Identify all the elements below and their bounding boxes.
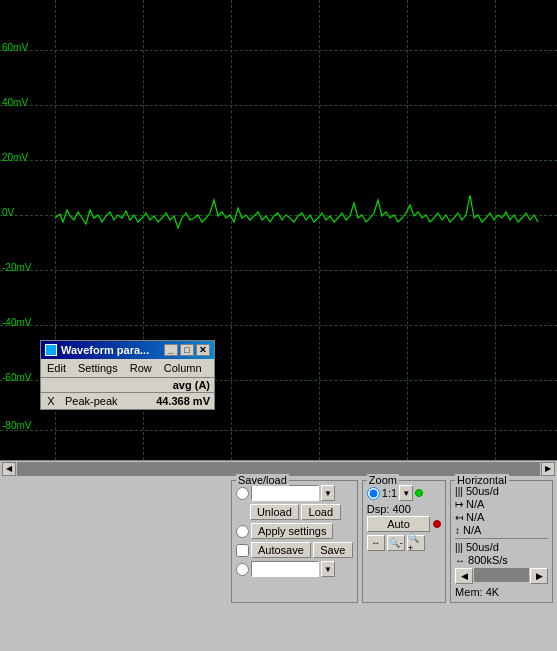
h-nav-left[interactable]: ◀	[455, 568, 473, 584]
scope-screen: 60mV 40mV 20mV 0V -20mV -40mV -60mV -80m…	[0, 0, 557, 460]
scroll-right-button[interactable]: ▶	[541, 462, 555, 476]
save-load-input[interactable]	[251, 485, 319, 501]
load-button[interactable]: Load	[301, 504, 341, 520]
auto-row: Auto	[367, 516, 441, 532]
dialog-menu-column[interactable]: Column	[162, 361, 204, 375]
h-divider	[455, 538, 548, 539]
h-icon-sample: ↔	[455, 555, 465, 566]
zoom-ratio-radio[interactable]	[367, 487, 380, 500]
autosave-row: Autosave Save	[236, 542, 353, 558]
zoom-ratio-dropdown[interactable]: ▼	[399, 485, 413, 501]
zoom-minus-button[interactable]: 🔍-	[387, 535, 405, 551]
dialog-table: avg (A) X Peak-peak 44.368 mV	[41, 378, 214, 409]
save-button[interactable]: Save	[313, 542, 353, 558]
h-icon-na2: ↤	[455, 512, 463, 523]
time-div-2: 50us/d	[466, 541, 499, 553]
na-value-2: N/A	[466, 511, 484, 523]
left-spacer	[4, 480, 227, 603]
h-row-1: ||| 50us/d	[455, 485, 548, 497]
led-green-indicator	[415, 487, 423, 499]
h-row-2: ||| 50us/d	[455, 541, 548, 553]
table-cell-x: X	[41, 393, 61, 410]
horizontal-section: Horizontal ||| 50us/d ↦ N/A ↤ N/A ↕ N/A …	[450, 480, 553, 603]
dialog-menu-settings[interactable]: Settings	[76, 361, 120, 375]
dsp-row: Dsp: 400	[367, 503, 441, 515]
save-load-section: Save/load ▼ Unload Load Apply settings A…	[231, 480, 358, 603]
zoom-ratio-row: 1:1 ▼	[367, 485, 441, 501]
h-row-na1: ↦ N/A	[455, 498, 548, 510]
table-cell-value: 44.368 mV	[137, 393, 214, 410]
h-icon-na3: ↕	[455, 525, 460, 536]
h-icon-na1: ↦	[455, 499, 463, 510]
dialog-menu-row[interactable]: Row	[128, 361, 154, 375]
save-filename-input[interactable]	[251, 561, 319, 577]
zoom-plus-button[interactable]: 🔍+	[407, 535, 425, 551]
h-nav-row: ◀ ▶	[455, 568, 548, 584]
dialog-close-button[interactable]: ✕	[196, 344, 210, 356]
table-row: X Peak-peak 44.368 mV	[41, 393, 214, 410]
controls-row: Save/load ▼ Unload Load Apply settings A…	[0, 476, 557, 607]
dialog-titlebar[interactable]: Waveform para... _ □ ✕	[41, 341, 214, 359]
na-value-3: N/A	[463, 524, 481, 536]
zoom-title: Zoom	[367, 474, 399, 486]
h-row-sample: ↔ 800kS/s	[455, 554, 548, 566]
apply-settings-button[interactable]: Apply settings	[251, 523, 333, 539]
h-nav-right[interactable]: ▶	[530, 568, 548, 584]
dialog-minimize-button[interactable]: _	[164, 344, 178, 356]
dialog-maximize-button[interactable]: □	[180, 344, 194, 356]
save-load-dropdown[interactable]: ▼	[321, 485, 335, 501]
auto-led	[433, 518, 441, 530]
dialog-menubar: Edit Settings Row Column	[41, 359, 214, 378]
unload-load-row: Unload Load	[236, 504, 353, 520]
waveform-dialog: Waveform para... _ □ ✕ Edit Settings Row…	[40, 340, 215, 410]
apply-settings-row: Apply settings	[236, 523, 353, 539]
autosave-checkbox[interactable]	[236, 544, 249, 557]
dialog-icon	[45, 344, 57, 356]
h-icon-2: |||	[455, 542, 463, 553]
table-header-avg: avg (A)	[137, 378, 214, 393]
h-icon-1: |||	[455, 486, 463, 497]
sample-rate: 800kS/s	[468, 554, 508, 566]
dialog-title: Waveform para...	[61, 344, 162, 356]
time-div-1: 50us/d	[466, 485, 499, 497]
save-filename-dropdown[interactable]: ▼	[321, 561, 335, 577]
dsp-label: Dsp:	[367, 503, 390, 515]
dialog-menu-edit[interactable]: Edit	[45, 361, 68, 375]
scroll-left-button[interactable]: ◀	[2, 462, 16, 476]
zoom-icon-row: ↔ 🔍- 🔍+	[367, 535, 441, 551]
save-radio[interactable]	[236, 487, 249, 500]
h-nav-track[interactable]	[474, 568, 529, 582]
save-input-row: ▼	[236, 561, 353, 577]
zoom-section: Zoom 1:1 ▼ Dsp: 400 Auto ↔ 🔍- 🔍+	[362, 480, 446, 603]
save-load-title: Save/load	[236, 474, 289, 486]
apply-radio[interactable]	[236, 525, 249, 538]
dsp-value: 400	[392, 503, 410, 515]
table-cell-label: Peak-peak	[61, 393, 137, 410]
zoom-ratio-label: 1:1	[382, 487, 397, 499]
na-value-1: N/A	[466, 498, 484, 510]
h-row-na3: ↕ N/A	[455, 524, 548, 536]
horizontal-title: Horizontal	[455, 474, 509, 486]
save-radio2[interactable]	[236, 563, 249, 576]
save-load-input-row: ▼	[236, 485, 353, 501]
autosave-button[interactable]: Autosave	[251, 542, 311, 558]
h-row-na2: ↤ N/A	[455, 511, 548, 523]
zoom-cursor-button[interactable]: ↔	[367, 535, 385, 551]
unload-button[interactable]: Unload	[250, 504, 299, 520]
auto-button[interactable]: Auto	[367, 516, 430, 532]
mem-label: Mem: 4K	[455, 586, 548, 598]
